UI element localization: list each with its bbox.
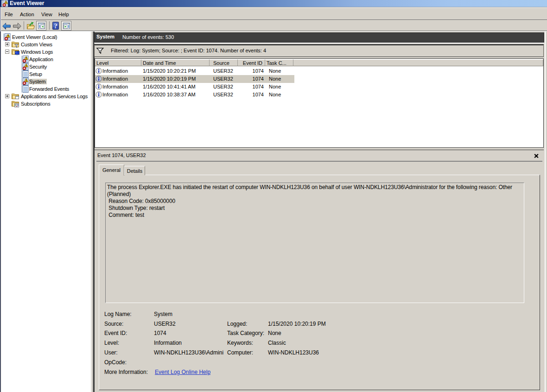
svg-text:?: ?: [54, 22, 57, 30]
